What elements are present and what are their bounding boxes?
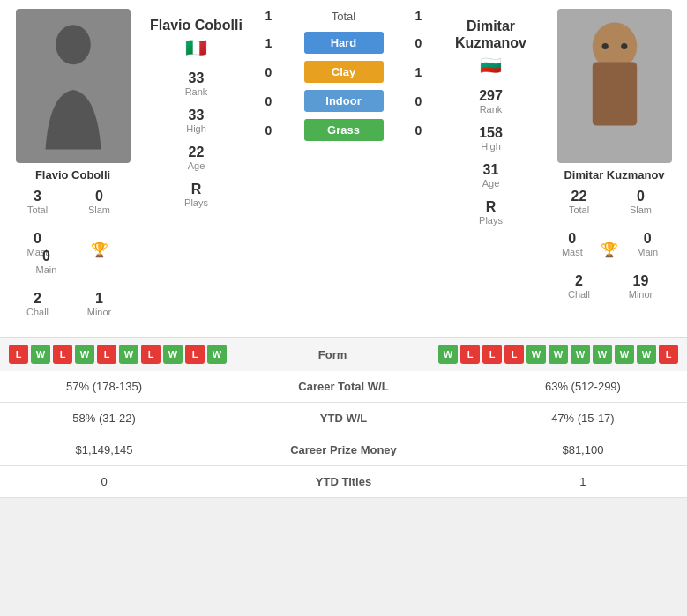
form-badge-right: W — [615, 345, 634, 364]
right-mast-label: Mast — [562, 247, 583, 257]
top-wrapper: Flavio Cobolli 3 Total 0 Slam 0 Mast — [0, 0, 687, 337]
form-badge-right: L — [504, 345, 524, 364]
hard-button[interactable]: Hard — [304, 32, 384, 54]
left-grass: 0 — [256, 123, 282, 137]
right-form-badges: WLLLWWWWWWL — [438, 345, 678, 364]
form-label: Form — [318, 348, 347, 361]
left-high-val: 33 — [184, 108, 208, 123]
right-clay: 1 — [406, 65, 432, 79]
total-row: 1 Total 1 — [256, 9, 432, 23]
stats-row: 0 YTD Titles 1 — [0, 466, 687, 498]
right-total-label: Total — [553, 204, 606, 215]
right-age-val: 31 — [479, 162, 503, 178]
form-badge-right: L — [460, 345, 480, 364]
left-slam-label: Slam — [73, 204, 126, 215]
svg-point-0 — [56, 25, 91, 64]
right-indoor: 0 — [406, 94, 432, 108]
stat-right-value: 63% (512-299) — [479, 371, 687, 403]
form-badge-right: L — [482, 345, 502, 364]
form-badge-right: W — [526, 345, 546, 364]
right-player-column: Dimitar Kuzmanov 22 Total 0 Slam 0 Mas — [541, 0, 687, 319]
right-stats-panel: Dimitar Kuzmanov 🇧🇬 297 Rank 158 High 31… — [440, 0, 541, 236]
form-badge-left: L — [97, 345, 116, 364]
stat-right-value: $81,100 — [479, 434, 687, 466]
stats-row: 57% (178-135) Career Total W/L 63% (512-… — [0, 371, 687, 403]
stat-label: Career Prize Money — [208, 434, 479, 466]
right-total-surface: 1 — [406, 9, 432, 23]
left-total: 3 — [11, 189, 64, 204]
form-badge-right: W — [637, 345, 656, 364]
left-hard: 1 — [256, 36, 282, 50]
left-player-name: Flavio Cobolli — [35, 168, 110, 182]
left-player-photo — [16, 9, 131, 163]
left-total-label: Total — [11, 204, 64, 215]
stats-row: $1,149,145 Career Prize Money $81,100 — [0, 434, 687, 466]
right-age-lbl: Age — [479, 178, 503, 189]
main-container: Flavio Cobolli 3 Total 0 Slam 0 Mast — [0, 0, 687, 498]
form-badge-left: L — [9, 345, 28, 364]
left-plays-lbl: Plays — [184, 197, 208, 208]
surface-panel: 1 Total 1 1 Hard 0 0 Clay 1 — [247, 0, 440, 148]
left-stats-panel: Flavio Cobolli 🇮🇹 33 Rank 33 High 22 Age — [146, 0, 247, 219]
left-flag: 🇮🇹 — [185, 37, 207, 58]
stats-table: 57% (178-135) Career Total W/L 63% (512-… — [0, 371, 687, 498]
left-minor: 1 — [73, 291, 126, 307]
svg-point-4 — [601, 43, 608, 49]
right-plays-val: R — [479, 199, 503, 215]
left-rank-val: 33 — [184, 71, 208, 86]
left-minor-label: Minor — [73, 307, 126, 317]
right-player-name: Dimitar Kuzmanov — [564, 168, 664, 182]
right-grass: 0 — [406, 123, 432, 137]
total-label: Total — [282, 10, 406, 23]
form-badge-left: W — [31, 345, 50, 364]
left-indoor: 0 — [256, 94, 282, 108]
right-minor: 19 — [615, 273, 668, 289]
left-name-title: Flavio Cobolli — [150, 18, 243, 33]
right-slam-label: Slam — [615, 204, 668, 215]
stat-left-value: 0 — [0, 466, 208, 498]
right-player-photo — [557, 9, 672, 163]
left-main: 0 — [29, 249, 64, 264]
right-chall-label: Chall — [553, 289, 606, 300]
stat-left-value: $1,149,145 — [0, 434, 208, 466]
stat-right-value: 1 — [479, 466, 687, 498]
form-badge-left: L — [141, 345, 161, 364]
right-rank-lbl: Rank — [479, 104, 503, 115]
stats-row: 58% (31-22) YTD W/L 47% (15-17) — [0, 403, 687, 434]
right-main-label: Main — [637, 247, 658, 257]
stat-left-value: 57% (178-135) — [0, 371, 208, 403]
right-minor-label: Minor — [615, 289, 668, 300]
surface-row-grass: 0 Grass 0 — [256, 119, 432, 141]
left-chall-label: Chall — [11, 307, 64, 317]
form-section: LWLWLWLWLW Form WLLLWWWWWWL — [0, 337, 687, 371]
right-chall: 2 — [553, 273, 606, 289]
left-slam: 0 — [73, 189, 126, 204]
form-badge-left: W — [163, 345, 183, 364]
left-rank-lbl: Rank — [184, 86, 208, 97]
grass-button[interactable]: Grass — [304, 119, 384, 141]
surface-row-hard: 1 Hard 0 — [256, 32, 432, 54]
indoor-button[interactable]: Indoor — [304, 90, 384, 112]
svg-rect-2 — [592, 63, 636, 126]
form-badge-left: W — [75, 345, 94, 364]
clay-button[interactable]: Clay — [304, 61, 384, 83]
left-main-label: Main — [29, 264, 64, 275]
center-column: Flavio Cobolli 🇮🇹 33 Rank 33 High 22 Age — [146, 0, 541, 236]
left-age-lbl: Age — [184, 160, 208, 171]
right-slam: 0 — [615, 189, 668, 204]
left-mast: 0 — [11, 231, 64, 247]
form-badge-left: L — [185, 345, 205, 364]
form-badge-right: L — [659, 345, 678, 364]
form-badge-right: W — [438, 345, 458, 364]
left-player-column: Flavio Cobolli 3 Total 0 Slam 0 Mast — [0, 0, 146, 337]
stat-left-value: 58% (31-22) — [0, 403, 208, 434]
right-plays-lbl: Plays — [479, 215, 503, 226]
stat-label: YTD Titles — [208, 466, 479, 498]
right-name-title: Dimitar Kuzmanov — [440, 18, 541, 51]
right-hard: 0 — [406, 36, 432, 50]
svg-point-3 — [592, 29, 636, 61]
right-rank-val: 297 — [479, 88, 503, 104]
form-badge-left: W — [207, 345, 227, 364]
right-total: 22 — [553, 189, 606, 204]
trophy-icon-right: 🏆 — [601, 241, 618, 258]
